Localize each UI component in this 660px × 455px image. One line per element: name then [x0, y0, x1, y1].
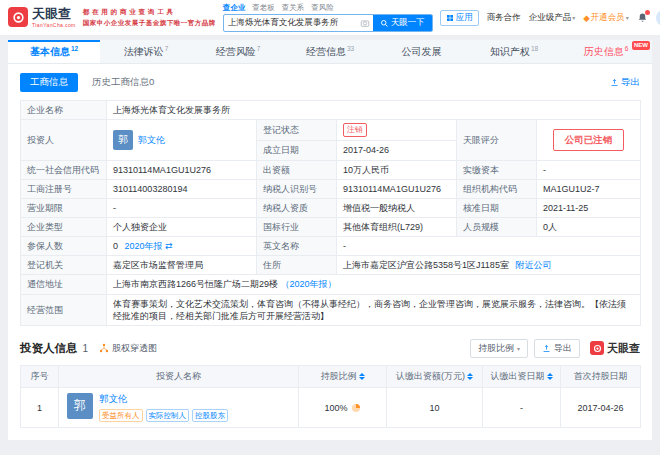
table-row: 经营范围 体育赛事策划，文化艺术交流策划，体育咨询（不得从事经纪），商务咨询，企… — [21, 294, 641, 325]
subscribed-date-cell: - — [483, 387, 561, 427]
annual-report-link[interactable]: 2020年报 — [125, 241, 163, 251]
tab-company-development[interactable]: 公司发展 — [376, 40, 468, 63]
mailing-address-value: 上海市南京西路1266号恒隆广场二期29楼 （2020年报） — [107, 275, 641, 294]
col-index: 序号 — [21, 365, 59, 387]
insured-count-label: 参保人数 — [21, 237, 107, 256]
col-subscribed-date[interactable]: 认缴出资日期 — [483, 365, 561, 387]
sort-icon[interactable] — [467, 373, 473, 380]
nav-cooperation[interactable]: 商务合作 — [487, 12, 521, 24]
sort-icon[interactable] — [359, 373, 365, 380]
apps-grid-icon — [446, 14, 454, 22]
mail-annual-report-link[interactable]: （2020年报） — [281, 279, 337, 289]
chevron-down-icon: ▾ — [626, 14, 629, 21]
nav-enterprise-label: 企业级产品 — [529, 12, 572, 24]
sort-icon[interactable] — [547, 373, 553, 380]
english-name-label: 英文名称 — [257, 237, 337, 256]
table-row: 统一社会信用代码 91310114MA1GU1U276 出资额 10万人民币 实… — [21, 160, 641, 179]
reg-number-value: 310114003280194 — [107, 179, 257, 198]
english-name-value: - — [337, 237, 641, 256]
page: 天眼查 TianYanCha.com 都 在 用 的 商 业 查 询 工 具 国… — [0, 0, 660, 455]
approval-date-value: 2021-11-25 — [537, 198, 641, 217]
capital-value: 10万人民币 — [337, 160, 457, 179]
subtab-history-business-info[interactable]: 历史工商信息0 — [92, 76, 154, 89]
insured-count-value: 0 2020年报 ⇄ — [107, 237, 257, 256]
search-input[interactable] — [224, 18, 360, 28]
investor-avatar[interactable]: 郭 — [113, 130, 133, 150]
search-tab-company[interactable]: 查企业 — [223, 3, 246, 13]
nearby-companies-link[interactable]: 附近公司 — [515, 260, 551, 270]
taxpayer-quality-value: 增值税一般纳税人 — [337, 198, 457, 217]
equity-penetration-link[interactable]: 股权穿透图 — [99, 342, 157, 355]
tianyancha-watermark: 天眼查 — [590, 341, 640, 356]
subtab-row: 工商信息 历史工商信息0 导出 — [20, 73, 640, 92]
equity-penetration-label: 股权穿透图 — [112, 342, 157, 355]
notifications-bell[interactable] — [637, 12, 648, 23]
camera-icon[interactable] — [360, 18, 373, 28]
approval-date-label: 核准日期 — [457, 198, 537, 217]
search-area: 查企业 查老板 查关系 查风险 天眼一下 — [223, 3, 433, 32]
tab-legal[interactable]: 法律诉讼7 — [100, 40, 192, 63]
investor-tags: 受益所有人 实际控制人 控股股东 — [99, 409, 228, 422]
industry-value: 其他体育组织(L729) — [337, 218, 457, 237]
chevron-down-icon: ▾ — [572, 14, 575, 21]
holding-ratio-cell: 100% — [299, 387, 387, 427]
reg-status-label: 登记状态 — [257, 120, 337, 141]
search-tab-boss[interactable]: 查老板 — [252, 3, 275, 13]
tab-basic-info[interactable]: 基本信息12 — [8, 40, 100, 63]
controlling-shareholder-tag[interactable]: 控股股东 — [192, 409, 228, 422]
table-row: 参保人数 0 2020年报 ⇄ 英文名称 - — [21, 237, 641, 256]
score-label: 天眼评分 — [457, 120, 537, 160]
export-button[interactable]: 导出 — [610, 76, 640, 89]
holding-ratio-filter[interactable]: 持股比例 ▾ — [470, 339, 528, 358]
tab-operating-risk[interactable]: 经营风险7 — [192, 40, 284, 63]
equity-pie-icon[interactable] — [351, 403, 361, 413]
investor-name-link[interactable]: 郭文伦 — [138, 134, 165, 146]
address-value: 上海市嘉定区沪宜公路5358号1区J1185室 附近公司 — [337, 256, 641, 275]
company-type-label: 企业类型 — [21, 218, 107, 237]
nav-vip[interactable]: ◆ 开通会员 ▾ — [583, 12, 629, 24]
business-scope-label: 经营范围 — [21, 294, 107, 325]
paid-capital-label: 实缴资本 — [457, 160, 537, 179]
tab-intellectual-property[interactable]: 知识产权18 — [468, 40, 560, 63]
apps-button[interactable]: 应用 — [440, 10, 479, 26]
actual-controller-tag[interactable]: 实际控制人 — [146, 409, 190, 422]
first-holding-date-cell: 2017-04-26 — [561, 387, 641, 427]
notification-dot — [645, 10, 650, 15]
nav-enterprise[interactable]: 企业级产品 ▾ — [529, 12, 576, 24]
apps-label: 应用 — [456, 12, 473, 24]
subtab-business-info[interactable]: 工商信息 — [20, 73, 78, 92]
search-tab-risk[interactable]: 查风险 — [311, 3, 334, 13]
mailing-address-label: 通信地址 — [21, 275, 107, 294]
investor-name-link[interactable]: 郭文伦 — [99, 393, 128, 404]
user-avatar[interactable] — [656, 10, 660, 26]
col-holding-ratio[interactable]: 持股比例 — [299, 365, 387, 387]
search-icon — [380, 19, 389, 28]
col-subscribed-amount[interactable]: 认缴出资额(万元) — [387, 365, 483, 387]
company-card: 基本信息12 法律诉讼7 经营风险7 经营信息33 公司发展 知识产权18 历史… — [8, 40, 652, 440]
swap-icon[interactable]: ⇄ — [165, 241, 173, 251]
investors-export-button[interactable]: 导出 — [534, 339, 580, 358]
promo-line-2: 国家中小企业发展子基金旗下唯一官方品牌 — [83, 18, 216, 28]
search-tab-relation[interactable]: 查关系 — [282, 3, 305, 13]
col-investor-name: 投资人名称 — [59, 365, 299, 387]
taxpayer-id-label: 纳税人识别号 — [257, 179, 337, 198]
investors-actions: 持股比例 ▾ 导出 天眼查 — [470, 339, 640, 358]
reg-authority-value: 嘉定区市场监督管理局 — [107, 256, 257, 275]
export-icon — [542, 344, 551, 353]
taxpayer-id-value: 91310114MA1GU1U276 — [337, 179, 457, 198]
company-name-value: 上海烁光体育文化发展事务所 — [107, 101, 641, 120]
export-icon — [610, 78, 619, 87]
table-row: 营业期限 - 纳税人资质 增值税一般纳税人 核准日期 2021-11-25 — [21, 198, 641, 217]
tianyancha-logo[interactable]: 天眼查 TianYanCha.com — [8, 7, 76, 27]
business-info-table: 企业名称 上海烁光体育文化发展事务所 投资人 郭 郭文伦 登记状态 注销 天眼评… — [20, 100, 641, 326]
beneficial-owner-tag[interactable]: 受益所有人 — [99, 409, 143, 422]
investor-avatar[interactable]: 郭 — [67, 393, 93, 419]
section-tabbar: 基本信息12 法律诉讼7 经营风险7 经营信息33 公司发展 知识产权18 历史… — [8, 40, 652, 64]
search-button[interactable]: 天眼一下 — [373, 14, 432, 32]
score-value: 公司已注销 — [537, 120, 641, 160]
tab-operating-info[interactable]: 经营信息33 — [284, 40, 376, 63]
vip-diamond-icon: ◆ — [583, 13, 590, 23]
company-cancelled-box: 公司已注销 — [553, 129, 625, 152]
tab-history-info[interactable]: 历史信息6NEW — [560, 40, 652, 63]
uscc-label: 统一社会信用代码 — [21, 160, 107, 179]
